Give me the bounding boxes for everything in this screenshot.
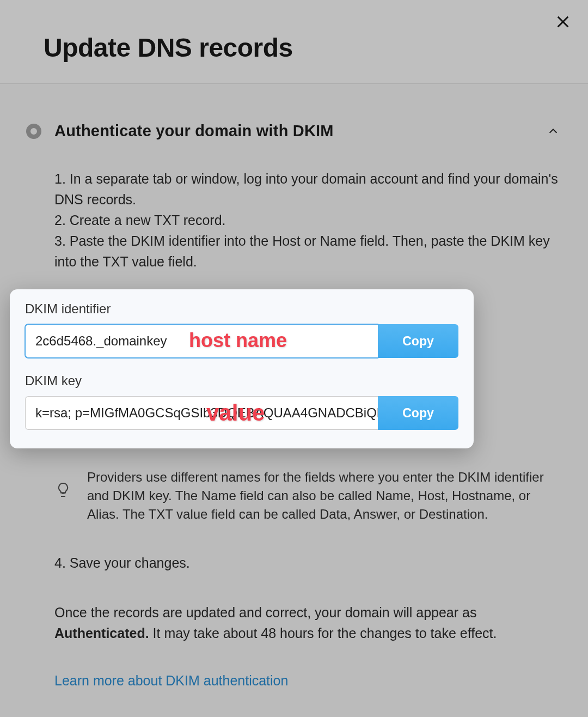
step-2: 2. Create a new TXT record. xyxy=(54,210,562,230)
step-3: 3. Paste the DKIM identifier into the Ho… xyxy=(54,230,562,272)
instruction-steps: 1. In a separate tab or window, log into… xyxy=(54,168,562,272)
step-1: 1. In a separate tab or window, log into… xyxy=(54,168,562,210)
status-incomplete-icon xyxy=(26,124,41,139)
dkim-identifier-label: DKIM identifier xyxy=(25,301,458,317)
page-title: Update DNS records xyxy=(44,33,544,63)
dkim-card: DKIM identifier 2c6d5468._domainkey host… xyxy=(10,289,474,448)
dkim-identifier-input[interactable]: 2c6d5468._domainkey host name xyxy=(25,324,378,358)
collapse-toggle[interactable] xyxy=(544,123,562,140)
annotation-host-name: host name xyxy=(189,329,287,352)
modal-header: Update DNS records xyxy=(0,0,588,84)
copy-key-button[interactable]: Copy xyxy=(378,396,458,430)
summary-pre: Once the records are updated and correct… xyxy=(54,605,476,620)
modal-content: Authenticate your domain with DKIM 1. In… xyxy=(0,84,588,710)
summary-bold: Authenticated. xyxy=(54,625,149,641)
step-4: 4. Save your changes. xyxy=(54,555,562,571)
provider-tip: Providers use different names for the fi… xyxy=(54,468,562,524)
chevron-up-icon xyxy=(547,125,559,137)
lightbulb-icon xyxy=(54,481,72,499)
close-icon xyxy=(555,14,571,29)
dkim-identifier-value: 2c6d5468._domainkey xyxy=(35,333,167,349)
completion-summary: Once the records are updated and correct… xyxy=(54,603,562,643)
learn-more-link[interactable]: Learn more about DKIM authentication xyxy=(54,673,288,689)
provider-tip-text: Providers use different names for the fi… xyxy=(87,468,562,524)
summary-post: It may take about 48 hours for the chang… xyxy=(149,625,497,641)
dkim-key-group: DKIM key k=rsa; p=MIGfMA0GCSqGSIb3DQEBAQ… xyxy=(25,373,458,430)
section-header[interactable]: Authenticate your domain with DKIM xyxy=(26,122,562,140)
section-title: Authenticate your domain with DKIM xyxy=(54,122,531,140)
dkim-identifier-group: DKIM identifier 2c6d5468._domainkey host… xyxy=(25,301,458,358)
dkim-key-label: DKIM key xyxy=(25,373,458,388)
dkim-key-value: k=rsa; p=MIGfMA0GCSqGSIb3DQEBAQUAA4GNADC… xyxy=(35,405,378,421)
dkim-key-input[interactable]: k=rsa; p=MIGfMA0GCSqGSIb3DQEBAQUAA4GNADC… xyxy=(25,396,378,430)
close-button[interactable] xyxy=(552,11,574,33)
copy-identifier-button[interactable]: Copy xyxy=(378,324,458,358)
